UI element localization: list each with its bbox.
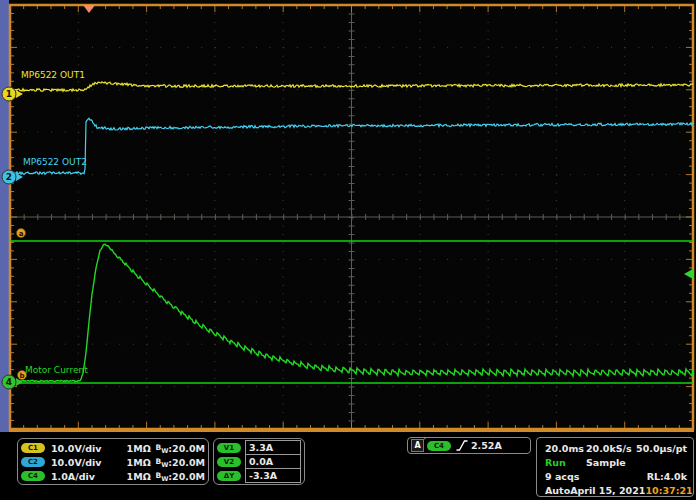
v2-value: 0.0A	[245, 454, 301, 469]
c4-impedance: 1MΩ	[127, 471, 156, 482]
c1-badge[interactable]: C1	[21, 443, 45, 453]
v1-badge: V1	[217, 443, 241, 453]
ch1-wave-label: MP6522 OUT1	[21, 70, 85, 80]
c2-bandwidth: BW:20.0M	[155, 457, 205, 468]
svg-text:4: 4	[6, 377, 12, 387]
dy-value: -3.3A	[245, 468, 301, 483]
date: April 15, 2021	[570, 485, 645, 496]
c2-impedance: 1MΩ	[127, 457, 156, 468]
channel-row-c1[interactable]: C1 10.0V/div 1MΩ BW:20.0M	[21, 441, 205, 455]
channel-row-c4[interactable]: C4 1.0A/div 1MΩ BW:20.0M	[21, 469, 205, 483]
acq-state: Run	[545, 457, 586, 468]
cursor-v2-row: V2 0.0A	[217, 455, 301, 469]
channel-row-c2[interactable]: C2 10.0V/div 1MΩ BW:20.0M	[21, 455, 205, 469]
trigger-source-badge[interactable]: C4	[427, 441, 451, 451]
svg-text:2: 2	[6, 172, 12, 182]
acquisition-panel[interactable]: 20.0ms 20.0kS/s 50.0µs/pt Run Sample 9 a…	[536, 437, 694, 497]
svg-text:b: b	[19, 372, 24, 380]
graticule-grid	[9, 5, 694, 431]
cursor-dy-row: ΔY -3.3A	[217, 469, 301, 483]
cursor-readout-panel[interactable]: V1 3.3A V2 0.0A ΔY -3.3A	[213, 438, 305, 485]
cursor-v1-row: V1 3.3A	[217, 441, 301, 455]
trigger-readout-panel[interactable]: A' C4 2.52A	[407, 437, 531, 454]
readout-bar: C1 10.0V/div 1MΩ BW:20.0M C2 10.0V/div 1…	[0, 432, 696, 500]
c4-scale: 1.0A/div	[51, 471, 127, 482]
c1-scale: 10.0V/div	[51, 443, 127, 454]
acq-mode: Sample	[586, 457, 626, 468]
trigger-mode: Auto	[545, 485, 570, 496]
c4-badge[interactable]: C4	[21, 471, 45, 481]
channel-settings-panel[interactable]: C1 10.0V/div 1MΩ BW:20.0M C2 10.0V/div 1…	[17, 438, 209, 485]
horizontal-scale: 20.0ms	[545, 443, 586, 454]
channel-1-marker[interactable]: 1	[2, 87, 23, 101]
c4-bandwidth: BW:20.0M	[155, 471, 205, 482]
trigger-level-marker[interactable]	[684, 269, 693, 279]
v1-value: 3.3A	[245, 440, 301, 455]
trigger-position-marker[interactable]	[83, 5, 95, 13]
record-length: RL:4.0k	[647, 471, 687, 482]
v2-badge: V2	[217, 457, 241, 467]
sample-rate: 20.0kS/s	[586, 443, 632, 454]
trigger-a-icon: A'	[411, 439, 424, 452]
c1-bandwidth: BW:20.0M	[155, 443, 205, 454]
cursor-a-marker[interactable]: a	[17, 229, 26, 238]
svg-text:1: 1	[6, 89, 12, 99]
oscilloscope-screen: ab124 MP6522 OUT1 MP6522 OUT2 Motor Curr…	[0, 0, 696, 500]
trigger-level-value: 2.52A	[471, 440, 502, 451]
c2-scale: 10.0V/div	[51, 457, 127, 468]
scope-graticule: ab124 MP6522 OUT1 MP6522 OUT2 Motor Curr…	[0, 0, 696, 432]
rising-edge-icon	[456, 439, 468, 452]
c2-badge[interactable]: C2	[21, 457, 45, 467]
resolution: 50.0µs/pt	[636, 443, 687, 454]
c1-impedance: 1MΩ	[127, 443, 156, 454]
ch2-wave-label: MP6522 OUT2	[23, 157, 87, 167]
markers-layer[interactable]: ab124	[2, 5, 693, 389]
dy-badge: ΔY	[217, 471, 241, 481]
acq-count: 9 acqs	[545, 471, 579, 482]
ch4-wave-label: Motor Current	[25, 365, 88, 375]
clock-time: 10:37:21	[645, 485, 692, 496]
svg-text:a: a	[19, 230, 24, 238]
